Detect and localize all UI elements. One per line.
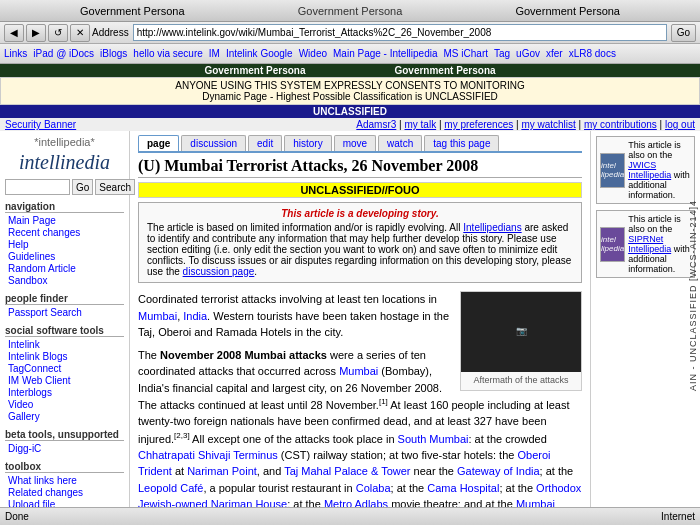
- search-input[interactable]: [5, 179, 70, 195]
- sidebar-item-help[interactable]: Help: [5, 239, 124, 251]
- sidebar-item-sandbox[interactable]: Sandbox: [5, 275, 124, 287]
- status-left: Done: [5, 511, 29, 522]
- nav-title: navigation: [5, 201, 124, 213]
- tab-watch[interactable]: watch: [378, 135, 422, 151]
- user-name[interactable]: Adamsr3: [356, 119, 396, 130]
- toolbar-intelink[interactable]: Intelink Google: [226, 48, 293, 59]
- top-banner-right: Government Persona: [394, 65, 495, 76]
- my-preferences-link[interactable]: my preferences: [444, 119, 513, 130]
- tab-discussion[interactable]: discussion: [181, 135, 246, 151]
- classification-bar: UNCLASSIFIED//FOUO: [138, 182, 582, 198]
- go-button[interactable]: Go: [671, 24, 696, 42]
- sidebar-item-tagconnect[interactable]: TagConnect: [5, 363, 124, 375]
- developing-title: This article is a developing story.: [147, 208, 573, 219]
- siprnet-text: This article is also on the SIPRNet Inte…: [628, 214, 691, 274]
- toolbar-xlr8[interactable]: xLR8 docs: [569, 48, 616, 59]
- sidebar-item-passport[interactable]: Passport Search: [5, 307, 124, 319]
- unclassified-banner: UNCLASSIFIED: [0, 105, 700, 118]
- toolbar-hello[interactable]: hello via secure: [133, 48, 202, 59]
- my-talk-link[interactable]: my talk: [404, 119, 436, 130]
- intellipedians-link[interactable]: Intellipedians: [463, 222, 521, 233]
- my-contributions-link[interactable]: my contributions: [584, 119, 657, 130]
- toolbar-ipad[interactable]: iPad @ iDocs: [33, 48, 94, 59]
- article-image-placeholder: 📷: [461, 292, 581, 372]
- consent-line2: Dynamic Page - Highest Possible Classifi…: [3, 91, 697, 102]
- log-out-link[interactable]: log out: [665, 119, 695, 130]
- toolbar-im[interactable]: IM: [209, 48, 220, 59]
- sidebar-item-random-article[interactable]: Random Article: [5, 263, 124, 275]
- siprnet-info-box: intellipedia This article is also on the…: [596, 210, 695, 278]
- security-link[interactable]: Security Banner: [5, 119, 76, 130]
- stop-button[interactable]: ✕: [70, 24, 90, 42]
- sidebar-logo: *intellipedia* intellinedia: [5, 136, 124, 174]
- mumbai-link[interactable]: Mumbai: [138, 310, 177, 322]
- search-go-button[interactable]: Go: [72, 179, 93, 195]
- cst-link[interactable]: Chhatrapati Shivaji Terminus: [138, 449, 278, 461]
- browser-title-right: Government Persona: [515, 5, 620, 17]
- browser-nav: ◀ ▶ ↺ ✕ Address Go: [0, 22, 700, 44]
- sidebar: *intellipedia* intellinedia Go Search na…: [0, 131, 130, 525]
- tab-edit[interactable]: edit: [248, 135, 282, 151]
- mumbai-link-2[interactable]: Mumbai: [339, 365, 378, 377]
- toolbar-iblogs[interactable]: iBlogs: [100, 48, 127, 59]
- sidebar-item-interblogs[interactable]: Interblogs: [5, 387, 124, 399]
- cama-link[interactable]: Cama Hospital: [427, 482, 499, 494]
- sidebar-item-im-web-client[interactable]: IM Web Client: [5, 375, 124, 387]
- toolbar-tag[interactable]: Tag: [494, 48, 510, 59]
- nariman-link[interactable]: Nariman Point: [187, 465, 257, 477]
- forward-button[interactable]: ▶: [26, 24, 46, 42]
- tab-tag-page[interactable]: tag this page: [424, 135, 499, 151]
- address-label: Address: [92, 27, 129, 38]
- sidebar-item-intelink-blogs[interactable]: Intelink Blogs: [5, 351, 124, 363]
- my-watchlist-link[interactable]: my watchlist: [521, 119, 575, 130]
- leopold-link[interactable]: Leopold Café: [138, 482, 203, 494]
- sidebar-item-main-page[interactable]: Main Page: [5, 215, 124, 227]
- sidebar-item-digg-ic[interactable]: Digg-iC: [5, 443, 124, 455]
- toolbar-wideo[interactable]: Wideo: [299, 48, 327, 59]
- siprnet-logo: intellipedia: [600, 227, 625, 262]
- user-nav: Adamsr3 | my talk | my preferences | my …: [356, 119, 695, 130]
- article-body: 📷 Aftermath of the attacks Coordinated t…: [138, 291, 582, 525]
- gateway-link[interactable]: Gateway of India: [457, 465, 540, 477]
- siprnet-link[interactable]: SIPRNet Intellipedia: [628, 234, 671, 254]
- sidebar-item-video[interactable]: Video: [5, 399, 124, 411]
- beta-tools-title: beta tools, unsupported: [5, 429, 124, 441]
- discussion-page-link[interactable]: discussion page: [183, 266, 255, 277]
- side-classification-label: AIN - UNCLASSIFIED [WCS-AIN-214]4: [688, 200, 698, 391]
- south-mumbai-link[interactable]: South Mumbai: [398, 432, 469, 444]
- top-banner: Government Persona Government Persona: [0, 64, 700, 77]
- sidebar-item-recent-changes[interactable]: Recent changes: [5, 227, 124, 239]
- sidebar-social-tools: social software tools Intelink Intelink …: [5, 325, 124, 423]
- india-link[interactable]: India: [183, 310, 207, 322]
- sidebar-item-gallery[interactable]: Gallery: [5, 411, 124, 423]
- article-image: 📷 Aftermath of the attacks: [460, 291, 582, 391]
- jwics-info-box: intellipedia This article is also on the…: [596, 136, 695, 204]
- toolbar-ugov[interactable]: uGov: [516, 48, 540, 59]
- tab-history[interactable]: history: [284, 135, 331, 151]
- refresh-button[interactable]: ↺: [48, 24, 68, 42]
- sidebar-beta-tools: beta tools, unsupported Digg-iC: [5, 429, 124, 455]
- toolbar-mschart[interactable]: MS iChart: [444, 48, 488, 59]
- jwics-link[interactable]: JWICS Intellipedia: [628, 160, 671, 180]
- toolbar-main[interactable]: Main Page - Intellipedia: [333, 48, 438, 59]
- tab-page[interactable]: page: [138, 135, 179, 151]
- toolbar-xfer[interactable]: xfer: [546, 48, 563, 59]
- colaba-link[interactable]: Colaba: [356, 482, 391, 494]
- back-button[interactable]: ◀: [4, 24, 24, 42]
- content: page discussion edit history move watch …: [130, 131, 590, 525]
- page-tabs: page discussion edit history move watch …: [138, 131, 582, 153]
- sidebar-item-what-links[interactable]: What links here: [5, 475, 124, 487]
- toolbox-title: toolbox: [5, 461, 124, 473]
- tab-move[interactable]: move: [334, 135, 376, 151]
- developing-text: The article is based on limited informat…: [147, 222, 573, 277]
- toolbar-links[interactable]: Links: [4, 48, 27, 59]
- logo-text: intellinedia: [5, 151, 124, 174]
- sidebar-item-guidelines[interactable]: Guidelines: [5, 251, 124, 263]
- browser-titlebar: Government Persona Government Persona Go…: [0, 0, 700, 22]
- article-title: (U) Mumbai Terrorist Attacks, 26 Novembe…: [138, 157, 582, 178]
- browser-title-left: Government Persona: [80, 5, 185, 17]
- sidebar-item-intelink[interactable]: Intelink: [5, 339, 124, 351]
- taj-link[interactable]: Taj Mahal Palace & Tower: [284, 465, 410, 477]
- address-bar[interactable]: [133, 24, 667, 41]
- sidebar-item-related-changes[interactable]: Related changes: [5, 487, 124, 499]
